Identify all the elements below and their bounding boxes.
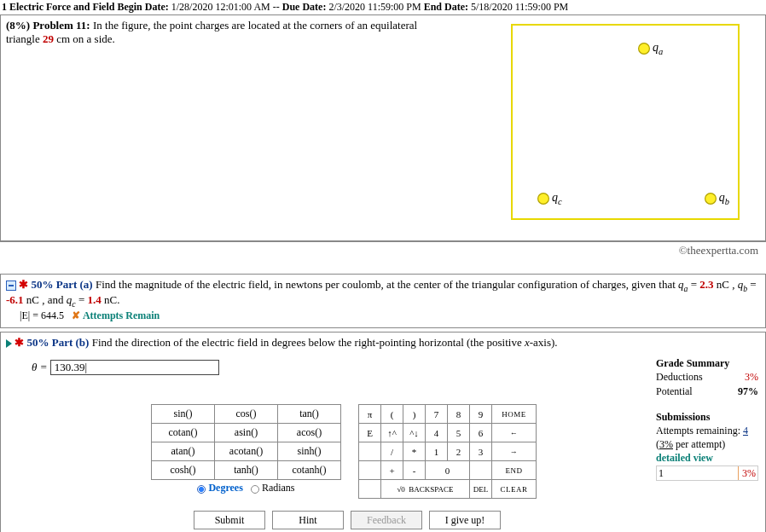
key-pow-down[interactable]: ^↓ (403, 424, 426, 442)
key-dot[interactable] (470, 461, 492, 480)
feedback-button: Feedback (351, 511, 422, 529)
svg-point-0 (639, 43, 650, 54)
part-a: ✱ 50% Part (a) Find the magnitude of the… (0, 274, 766, 328)
key-right[interactable]: → (492, 442, 537, 461)
key-minus[interactable]: - (403, 461, 426, 480)
key-4[interactable]: 4 (426, 424, 448, 442)
key-blank2[interactable] (359, 461, 381, 480)
theta-input[interactable] (50, 360, 219, 375)
func-acotan[interactable]: acotan() (215, 442, 278, 461)
submissions-title: Submissions (656, 411, 710, 423)
key-mul[interactable]: * (403, 442, 426, 461)
action-buttons: Submit Hint Feedback I give up! (194, 511, 760, 529)
collapse-icon[interactable] (6, 280, 16, 291)
key-1[interactable]: 1 (426, 442, 448, 461)
key-pow-up[interactable]: ↑^ (381, 424, 403, 442)
key-end[interactable]: END (492, 461, 537, 480)
problem-weight: (8%) Problem 11: (6, 19, 90, 32)
key-9[interactable]: 9 (470, 405, 492, 424)
assignment-info-bar: 1 Electric Force and Field Begin Date: 1… (0, 0, 766, 14)
incorrect-icon: ✱ (19, 278, 28, 291)
part-a-label: 50% Part (a) (32, 278, 93, 291)
triangle-figure: qa qc qb (511, 24, 740, 220)
key-3[interactable]: 3 (470, 442, 492, 461)
detailed-view-link[interactable]: detailed view (656, 452, 713, 464)
key-8[interactable]: 8 (448, 405, 470, 424)
svg-rect-4 (9, 285, 14, 286)
func-sin[interactable]: sin() (152, 405, 215, 424)
func-sinh[interactable]: sinh() (278, 442, 341, 461)
side-length: 29 (43, 32, 54, 45)
assignment-title: 1 Electric Force and Field (2, 1, 114, 13)
key-7[interactable]: 7 (426, 405, 448, 424)
key-6[interactable]: 6 (470, 424, 492, 442)
key-e[interactable]: E (359, 424, 381, 442)
charge-qa: qa (637, 41, 663, 56)
answer-input-row: θ = (32, 360, 760, 375)
copyright-text: ©theexpertta.com (679, 244, 758, 257)
part-b: ✱ 50% Part (b) Find the direction of the… (0, 332, 766, 532)
giveup-button[interactable]: I give up! (429, 511, 501, 529)
func-cos[interactable]: cos() (215, 405, 278, 424)
key-del[interactable]: DEL (470, 480, 492, 499)
theta-label: θ = (32, 361, 47, 373)
key-left[interactable]: ← (492, 424, 537, 442)
key-blank3[interactable] (359, 480, 381, 499)
key-lparen[interactable]: ( (381, 405, 403, 424)
key-blank1[interactable] (359, 442, 381, 461)
charge-qc: qc (537, 191, 562, 206)
func-tanh[interactable]: tanh() (215, 461, 278, 480)
key-div[interactable]: / (381, 442, 403, 461)
attempts-remain-link[interactable]: Attempts Remain (83, 309, 160, 321)
part-a-answer: |E| = 644.5 ✘ Attempts Remain (20, 309, 760, 322)
submit-button[interactable]: Submit (194, 511, 265, 529)
grade-sidebar: Grade Summary Deductions3% Potential97% … (656, 356, 758, 481)
charge-qb: qb (704, 191, 729, 206)
func-cotan[interactable]: cotan() (152, 424, 215, 442)
key-rparen[interactable]: ) (403, 405, 426, 424)
func-cosh[interactable]: cosh() (152, 461, 215, 480)
play-icon[interactable] (6, 339, 12, 348)
func-asin[interactable]: asin() (215, 424, 278, 442)
function-keypad: sin()cos()tan() cotan()asin()acos() atan… (151, 404, 341, 497)
x-icon: ✘ (72, 309, 80, 321)
key-5[interactable]: 5 (448, 424, 470, 442)
svg-point-1 (538, 194, 549, 205)
part-b-label: 50% Part (b) (27, 336, 90, 349)
key-clear[interactable]: CLEAR (492, 480, 537, 499)
key-plus[interactable]: + (381, 461, 403, 480)
incorrect-icon: ✱ (15, 336, 24, 349)
func-cotanh[interactable]: cotanh() (278, 461, 341, 480)
attempts-remaining[interactable]: 4 (743, 425, 748, 437)
grade-summary-title: Grade Summary (656, 357, 729, 369)
hint-button[interactable]: Hint (272, 511, 344, 529)
key-pi[interactable]: π (359, 405, 381, 424)
func-acos[interactable]: acos() (278, 424, 341, 442)
problem-statement: (8%) Problem 11: In the figure, the poin… (0, 14, 766, 241)
key-2[interactable]: 2 (448, 442, 470, 461)
key-backspace[interactable]: √0 BACKSPACE (381, 480, 470, 499)
degrees-radio[interactable]: Degrees (197, 482, 242, 494)
func-tan[interactable]: tan() (278, 405, 341, 424)
key-0[interactable]: 0 (426, 461, 470, 480)
radians-radio[interactable]: Radians (251, 482, 295, 494)
calculator-keypad: π()789HOME E↑^^↓456← /*123→ +-0END √0 BA… (358, 404, 537, 499)
key-home[interactable]: HOME (492, 405, 537, 424)
svg-point-2 (705, 194, 716, 205)
func-atan[interactable]: atan() (152, 442, 215, 461)
